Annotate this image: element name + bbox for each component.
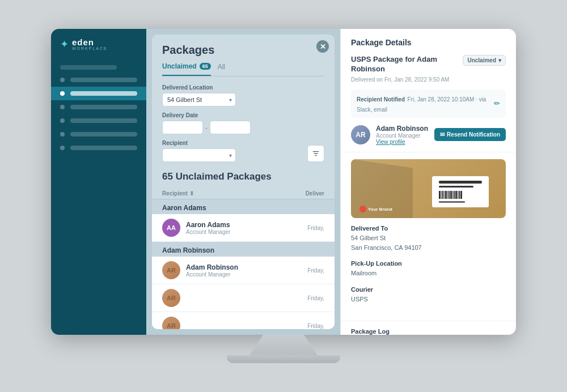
filter-group-recipient: Recipient — [162, 140, 236, 162]
package-item-adam-3[interactable]: AR Friday, — [152, 312, 335, 329]
nav-label-bar-6 — [70, 146, 137, 150]
notified-label: Recipient Notified — [357, 96, 405, 103]
package-title-row: USPS Package for Adam Robinson Unclaimed… — [351, 55, 506, 74]
view-profile-link[interactable]: View profile — [376, 139, 429, 145]
list-header-delivery: Deliver — [290, 190, 324, 197]
nav-label-bar-3 — [70, 105, 137, 109]
resend-label: Resend Notification — [447, 131, 500, 138]
details-panel: Package Details USPS Package for Adam Ro… — [340, 29, 516, 335]
sort-icon — [312, 150, 320, 157]
nav-placeholder-1 — [60, 65, 117, 70]
avatar-adam-1: AR — [162, 261, 180, 279]
sidebar-item-4[interactable] — [51, 114, 146, 127]
nav-dot-1 — [60, 78, 65, 82]
list-header-recipient: Recipient ⇕ — [162, 190, 290, 197]
package-item-aaron[interactable]: AA Aaron Adams Account Manager Friday, — [152, 214, 335, 242]
panel-title: Packages — [162, 44, 324, 57]
box-label-line-1 — [439, 181, 482, 184]
courier-value: USPS — [351, 295, 506, 304]
courier-label: Courier — [351, 286, 506, 293]
packages-panel: ✕ Packages Unclaimed 65 All — [152, 35, 335, 329]
filters-area: Delivered Location 54 Gilbert St Deliver… — [152, 84, 335, 168]
delivery-date-adam-1: Friday, — [296, 267, 324, 274]
nav-label-bar-1 — [70, 78, 137, 82]
delivery-date-adam-2: Friday, — [296, 295, 324, 301]
nav-label-bar-5 — [70, 132, 137, 137]
person-role-aaron: Account Manager — [186, 229, 290, 235]
package-item-adam-1[interactable]: AR Adam Robinson Account Manager Friday, — [152, 257, 335, 284]
edit-icon[interactable]: ✏ — [494, 99, 500, 108]
filter-sort-button[interactable] — [307, 145, 324, 162]
details-info: Delivered To 54 Gilbert St San Francisco… — [341, 225, 516, 321]
delivered-on: Delivered on Fri, Jan 28, 2022 9:50 AM — [351, 76, 506, 83]
person-info-adam-1: Adam Robinson Account Manager — [186, 263, 290, 278]
face-adam-2: AR — [162, 289, 180, 307]
nav-label-bar-packages — [70, 91, 137, 96]
delivered-to-line2: San Francisco, CA 94107 — [351, 243, 506, 253]
nav-dot-packages — [60, 91, 65, 96]
date-filter-label: Delivery Date — [162, 112, 251, 118]
filter-group-location: Delivered Location 54 Gilbert St — [162, 84, 236, 106]
nav-dot-4 — [60, 118, 65, 123]
tabs: Unclaimed 65 All — [162, 62, 324, 76]
logo-area: ✦ eden WORKPLACE — [51, 38, 146, 62]
location-filter-label: Delivered Location — [162, 84, 236, 91]
package-name: USPS Package for Adam Robinson — [351, 55, 458, 74]
pickup-label: Pick-Up Location — [351, 260, 506, 267]
filter-group-date: Delivery Date - — [162, 112, 251, 134]
details-header: Package Details USPS Package for Adam Ro… — [341, 29, 516, 152]
status-badge[interactable]: Unclaimed ▾ — [463, 55, 506, 66]
close-button[interactable]: ✕ — [316, 40, 329, 53]
package-list: Aaron Adams AA Aaron Adams Account Manag… — [152, 199, 335, 329]
monitor-stand — [249, 335, 318, 355]
box-label-line-2 — [439, 186, 473, 188]
nav-dot-3 — [60, 105, 65, 109]
package-item-adam-2[interactable]: AR Friday, — [152, 284, 335, 312]
recipient-info: Adam Robinson Account Manager View profi… — [376, 125, 429, 145]
box-logo: Your Brand — [359, 206, 392, 212]
delivery-date-adam-3: Friday, — [296, 323, 324, 329]
tab-all-label: All — [218, 63, 225, 71]
avatar-adam-2: AR — [162, 289, 180, 307]
unclaimed-count: 65 Unclaimed Packages — [152, 168, 335, 188]
person-info-aaron: Aaron Adams Account Manager — [186, 221, 290, 235]
person-name-adam-1: Adam Robinson — [186, 263, 290, 271]
status-badge-chevron: ▾ — [498, 57, 501, 63]
face-adam-3: AR — [162, 317, 180, 329]
date-separator: - — [205, 124, 208, 131]
date-end-input[interactable] — [210, 121, 251, 134]
date-start-input[interactable] — [162, 121, 203, 134]
sidebar-item-1[interactable] — [51, 73, 146, 87]
face-adam-1: AR — [162, 261, 180, 279]
location-select[interactable]: 54 Gilbert St — [162, 93, 236, 106]
sidebar-item-packages[interactable] — [51, 87, 146, 100]
sidebar-item-6[interactable] — [51, 141, 146, 155]
info-section-delivered-to: Delivered To 54 Gilbert St San Francisco… — [351, 225, 506, 252]
recipient-select[interactable] — [162, 148, 236, 162]
notified-row: Recipient Notified Fri, Jan 28, 2022 10:… — [351, 90, 506, 118]
tab-unclaimed[interactable]: Unclaimed 65 — [162, 62, 211, 76]
sidebar-item-3[interactable] — [51, 100, 146, 114]
package-log-label: Package Log — [341, 321, 516, 335]
resend-notification-button[interactable]: ✉ Resend Notification — [434, 128, 506, 141]
person-name-aaron: Aaron Adams — [186, 221, 290, 229]
person-role-adam-1: Account Manager — [186, 271, 290, 278]
list-header: Recipient ⇕ Deliver — [152, 188, 335, 199]
info-section-pickup: Pick-Up Location Mailroom — [351, 260, 506, 278]
recipient-role: Account Manager — [376, 133, 429, 139]
logo-workplace: WORKPLACE — [72, 46, 108, 50]
panel-header: Packages Unclaimed 65 All — [152, 35, 335, 84]
nav-dot-6 — [60, 146, 65, 150]
resend-icon: ✉ — [440, 131, 445, 138]
delivered-to-line1: 54 Gilbert St — [351, 233, 506, 243]
sidebar-item-5[interactable] — [51, 127, 146, 141]
notified-info: Recipient Notified Fri, Jan 28, 2022 10:… — [357, 93, 494, 114]
box-label-small — [439, 201, 465, 203]
tab-all[interactable]: All — [218, 63, 225, 75]
group-header-aaron: Aaron Adams — [152, 199, 335, 214]
delivery-date-aaron: Friday, — [296, 225, 324, 231]
avatar-adam-3: AR — [162, 317, 180, 329]
logo-eden: eden — [72, 38, 108, 46]
status-badge-label: Unclaimed — [467, 57, 496, 63]
nav-dot-5 — [60, 132, 65, 137]
